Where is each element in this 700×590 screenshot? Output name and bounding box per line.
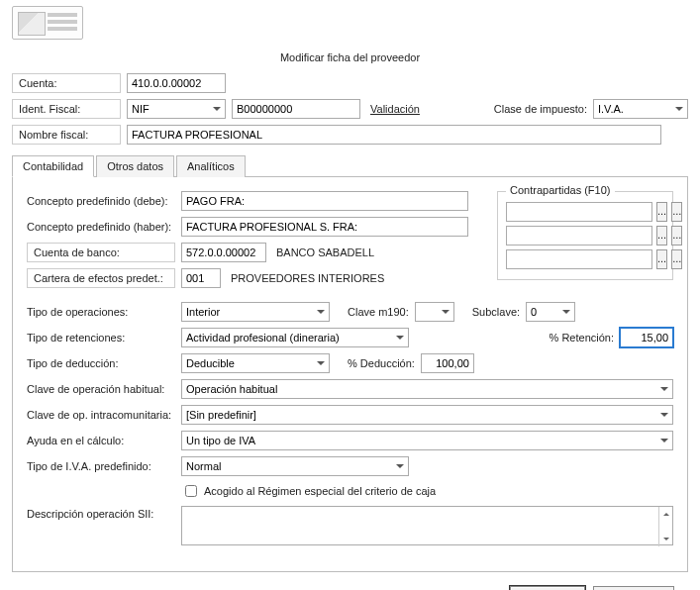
- ayuda-calculo-select[interactable]: [181, 431, 673, 450]
- nombre-fiscal-input[interactable]: [127, 125, 661, 145]
- clave-habitual-label: Clave de operación habitual:: [27, 381, 175, 397]
- desc-sii-textarea[interactable]: [181, 506, 673, 545]
- contrapartidas-group: Contrapartidas (F10) ... ... ... ... ...…: [497, 191, 673, 280]
- header-icon: [12, 6, 83, 40]
- acogido-checkbox-label[interactable]: Acogido al Régimen especial del criterio…: [181, 482, 436, 500]
- clave-habitual-select[interactable]: [181, 379, 673, 399]
- tab-analiticos[interactable]: Analíticos: [176, 155, 246, 177]
- desc-sii-label: Descripción operación SII:: [27, 506, 175, 522]
- tipo-retenciones-select[interactable]: [181, 328, 409, 347]
- contrapartida-2-ellipsis-b[interactable]: ...: [671, 226, 682, 246]
- aceptar-button[interactable]: Aceptar: [510, 586, 585, 590]
- clase-impuesto-label: Clase de impuesto:: [494, 101, 587, 117]
- contrapartida-3-ellipsis-b[interactable]: ...: [671, 249, 682, 269]
- tipo-retenciones-label: Tipo de retenciones:: [27, 330, 175, 345]
- cuenta-value[interactable]: [127, 73, 226, 93]
- contrapartida-3-input[interactable]: [506, 249, 652, 269]
- cuenta-label: Cuenta:: [12, 73, 121, 93]
- cancelar-button[interactable]: Cancelar: [593, 586, 674, 590]
- cuenta-banco-code[interactable]: [181, 243, 266, 262]
- contrapartida-1-ellipsis-a[interactable]: ...: [656, 202, 667, 222]
- ident-fiscal-label: Ident. Fiscal:: [12, 99, 121, 119]
- ayuda-calculo-label: Ayuda en el cálculo:: [27, 433, 175, 448]
- contrapartida-2-input[interactable]: [506, 226, 652, 246]
- cartera-code[interactable]: [181, 268, 221, 288]
- acogido-text: Acogido al Régimen especial del criterio…: [204, 485, 436, 497]
- contrapartida-2-ellipsis-a[interactable]: ...: [656, 226, 667, 246]
- pct-deduccion-input[interactable]: [421, 353, 474, 373]
- desc-sii-scroll[interactable]: [658, 507, 672, 546]
- tab-otros-datos[interactable]: Otros datos: [96, 155, 174, 177]
- ident-type-select[interactable]: [127, 99, 226, 119]
- clave-m190-label: Clave m190:: [348, 304, 409, 320]
- contrapartidas-title: Contrapartidas (F10): [506, 184, 615, 196]
- tipo-deduccion-label: Tipo de deducción:: [27, 355, 175, 371]
- subclave-label: Subclave:: [472, 304, 520, 320]
- concepto-haber-input[interactable]: [181, 217, 468, 237]
- clave-intracom-select[interactable]: [181, 405, 673, 425]
- contrapartida-1-ellipsis-b[interactable]: ...: [671, 202, 682, 222]
- clave-intracom-label: Clave de op. intracomunitaria:: [27, 407, 175, 423]
- ident-value-input[interactable]: [232, 99, 360, 119]
- tab-contabilidad[interactable]: Contabilidad: [12, 155, 94, 177]
- clave-m190-select[interactable]: [415, 302, 454, 322]
- concepto-haber-label: Concepto predefinido (haber):: [27, 219, 175, 235]
- concepto-debe-label: Concepto predefinido (debe):: [27, 193, 175, 209]
- cartera-label: Cartera de efectos predet.:: [27, 268, 175, 288]
- tab-bar: Contabilidad Otros datos Analíticos: [12, 154, 688, 177]
- pct-deduccion-label: % Deducción:: [348, 355, 415, 371]
- tipo-iva-label: Tipo de I.V.A. predefinido:: [27, 458, 175, 474]
- subclave-select[interactable]: [526, 302, 575, 322]
- pct-retencion-label: % Retención:: [550, 330, 614, 345]
- tipo-deduccion-select[interactable]: [181, 353, 330, 373]
- nombre-fiscal-label: Nombre fiscal:: [12, 125, 121, 145]
- tipo-operaciones-select[interactable]: [181, 302, 330, 322]
- acogido-checkbox[interactable]: [185, 485, 197, 497]
- contrapartida-3-ellipsis-a[interactable]: ...: [656, 249, 667, 269]
- cartera-name: PROVEEDORES INTERIORES: [231, 270, 384, 286]
- tipo-operaciones-label: Tipo de operaciones:: [27, 304, 175, 320]
- pct-retencion-input[interactable]: [620, 328, 673, 347]
- cuenta-banco-label: Cuenta de banco:: [27, 243, 175, 262]
- tab-panel-contabilidad: Concepto predefinido (debe): Concepto pr…: [12, 177, 688, 572]
- validacion-link[interactable]: Validación: [370, 103, 420, 115]
- page-title: Modificar ficha del proveedor: [12, 51, 688, 63]
- contrapartida-1-input[interactable]: [506, 202, 652, 222]
- tipo-iva-select[interactable]: [181, 456, 409, 476]
- clase-impuesto-select[interactable]: [593, 99, 688, 119]
- concepto-debe-input[interactable]: [181, 191, 468, 211]
- cuenta-banco-name: BANCO SABADELL: [276, 245, 374, 260]
